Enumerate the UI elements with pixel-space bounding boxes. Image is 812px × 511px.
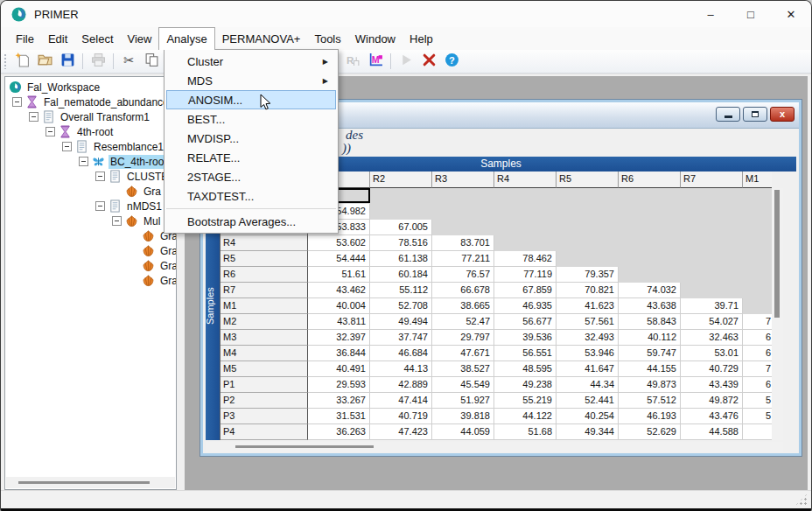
row-header-r6[interactable]: R6 xyxy=(220,267,308,283)
matrix-cell[interactable]: 57.561 xyxy=(556,314,619,330)
matrix-cell[interactable]: 6 xyxy=(743,346,772,361)
tree-horizontal-scrollbar-thumb[interactable] xyxy=(18,481,150,484)
column-header-r5[interactable]: R5 xyxy=(556,172,619,188)
matrix-cell[interactable]: 78.516 xyxy=(370,235,432,251)
help-button[interactable]: ? xyxy=(441,51,462,72)
collapse-toggle-icon[interactable] xyxy=(12,97,22,107)
matrix-cell[interactable]: 47.423 xyxy=(370,424,432,440)
tree-horizontal-scrollbar[interactable] xyxy=(6,477,175,488)
new-workbook-button[interactable] xyxy=(11,51,32,72)
column-header-r6[interactable]: R6 xyxy=(619,172,681,188)
matrix-cell[interactable]: 41.647 xyxy=(556,361,619,377)
matrix-cell[interactable]: 55.219 xyxy=(494,393,556,409)
collapse-toggle-icon[interactable] xyxy=(29,112,38,122)
cut-button[interactable]: ✂ xyxy=(118,51,139,72)
matrix-cell[interactable] xyxy=(743,424,772,440)
run-button[interactable] xyxy=(396,51,416,72)
matrix-cell[interactable]: 83.701 xyxy=(432,235,494,251)
tree-item-grap[interactable]: Grap xyxy=(5,243,176,258)
tree-item-gra[interactable]: Gra xyxy=(5,184,176,199)
row-header-r7[interactable]: R7 xyxy=(220,283,308,298)
matrix-cell[interactable]: 52.47 xyxy=(432,314,494,330)
resize-grip[interactable] xyxy=(795,494,808,506)
collapse-toggle-icon[interactable] xyxy=(112,216,122,226)
matrix-cell[interactable]: 53.602 xyxy=(308,235,370,251)
menu-view[interactable]: View xyxy=(121,27,159,50)
matrix-cell[interactable]: 44.13 xyxy=(370,361,432,377)
menu-file[interactable]: File xyxy=(9,27,41,50)
row-header-p2[interactable]: P2 xyxy=(220,393,308,409)
collapse-toggle-icon[interactable] xyxy=(95,172,105,181)
matrix-cell[interactable]: 51.927 xyxy=(432,393,494,409)
matrix-cell[interactable]: 52.441 xyxy=(556,393,619,409)
matrix-cell[interactable]: 33.267 xyxy=(308,393,370,409)
open-button[interactable] xyxy=(34,51,55,72)
vertical-scrollbar-thumb[interactable] xyxy=(774,190,780,318)
matrix-cell[interactable]: 66.678 xyxy=(432,283,494,298)
matrix-cell[interactable]: 77.119 xyxy=(494,267,556,283)
matrix-cell[interactable]: 54.444 xyxy=(308,251,370,267)
matrix-cell[interactable]: 46.684 xyxy=(370,346,432,361)
close-button[interactable]: ✕ xyxy=(771,1,811,27)
matrix-cell[interactable]: 49.872 xyxy=(681,393,743,409)
matrix-cell[interactable]: 51.68 xyxy=(494,424,556,440)
matrix-cell[interactable]: 49.873 xyxy=(619,377,681,393)
column-header-m1[interactable]: M1 xyxy=(743,172,772,188)
row-header-m5[interactable]: M5 xyxy=(220,361,308,377)
row-header-m1[interactable]: M1 xyxy=(220,298,308,314)
matrix-cell[interactable]: 70.821 xyxy=(556,283,619,298)
matrix-cell[interactable]: 32.493 xyxy=(556,330,619,346)
matrix-cell[interactable]: 55.112 xyxy=(370,283,432,298)
matrix-cell[interactable]: 36.844 xyxy=(308,346,370,361)
row-header-m3[interactable]: M3 xyxy=(220,330,308,346)
matrix-cell[interactable]: 54.027 xyxy=(681,314,743,330)
matrix-cell[interactable]: 38.527 xyxy=(432,361,494,377)
matrix-cell[interactable]: 43.638 xyxy=(619,298,681,314)
cluster-plot-button[interactable]: R xyxy=(342,51,363,72)
toolbar-grip[interactable] xyxy=(4,53,8,69)
menu-item-best[interactable]: BEST... xyxy=(166,109,336,129)
copy-button[interactable] xyxy=(141,51,162,72)
matrix-cell[interactable]: 29.593 xyxy=(308,377,370,393)
matrix-cell[interactable]: 60.184 xyxy=(370,267,432,283)
matrix-cell[interactable]: 43.811 xyxy=(308,314,370,330)
save-button[interactable] xyxy=(57,51,78,72)
matrix-cell[interactable]: 43.476 xyxy=(681,409,743,424)
matrix-cell[interactable]: 52.708 xyxy=(370,298,432,314)
matrix-cell[interactable]: 44.059 xyxy=(432,424,494,440)
matrix-cell[interactable]: 56.677 xyxy=(494,314,556,330)
matrix-cell[interactable]: 39.536 xyxy=(494,330,556,346)
matrix-cell[interactable]: 49.494 xyxy=(370,314,432,330)
matrix-cell[interactable]: 43.439 xyxy=(681,377,743,393)
collapse-toggle-icon[interactable] xyxy=(95,201,105,211)
matrix-cell[interactable]: 7 xyxy=(743,361,772,377)
matrix-cell[interactable]: 53.946 xyxy=(556,346,619,361)
tree-item-resemblance1[interactable]: Resemblance1 xyxy=(5,139,176,154)
matrix-cell[interactable]: 47.414 xyxy=(370,393,432,409)
menu-edit[interactable]: Edit xyxy=(41,27,74,50)
matrix-cell[interactable]: 39.818 xyxy=(432,409,494,424)
collapse-toggle-icon[interactable] xyxy=(46,127,55,136)
menu-item-relate[interactable]: RELATE... xyxy=(166,148,336,167)
stop-button[interactable] xyxy=(418,51,439,72)
tree-item-grap[interactable]: Grap xyxy=(5,258,176,273)
matrix-cell[interactable]: 57.512 xyxy=(619,393,681,409)
matrix-cell[interactable]: 67.859 xyxy=(494,283,556,298)
menu-item-mds[interactable]: MDS▶ xyxy=(166,71,336,90)
tree-item-grap[interactable]: Grap xyxy=(5,228,176,243)
matrix-cell[interactable]: 45.549 xyxy=(432,377,494,393)
matrix-cell[interactable]: 29.797 xyxy=(432,330,494,346)
matrix-cell[interactable]: 40.729 xyxy=(681,361,743,377)
menu-tools[interactable]: Tools xyxy=(307,27,347,50)
matrix-cell[interactable]: 32.397 xyxy=(308,330,370,346)
matrix-cell[interactable]: 46.193 xyxy=(619,409,681,424)
tree-item-nmds1[interactable]: nMDS1 xyxy=(5,199,176,214)
menu-item-cluster[interactable]: Cluster▶ xyxy=(166,52,336,71)
matrix-cell[interactable]: 61.138 xyxy=(370,251,432,267)
matrix-cell[interactable]: 40.004 xyxy=(308,298,370,314)
menu-help[interactable]: Help xyxy=(402,27,440,50)
tree-item-mul[interactable]: Mul xyxy=(5,214,176,228)
tree-item-bc-4th-roo[interactable]: BC_4th-roo xyxy=(5,154,176,169)
column-header-r4[interactable]: R4 xyxy=(494,172,556,188)
matrix-cell[interactable]: 51.61 xyxy=(308,267,370,283)
